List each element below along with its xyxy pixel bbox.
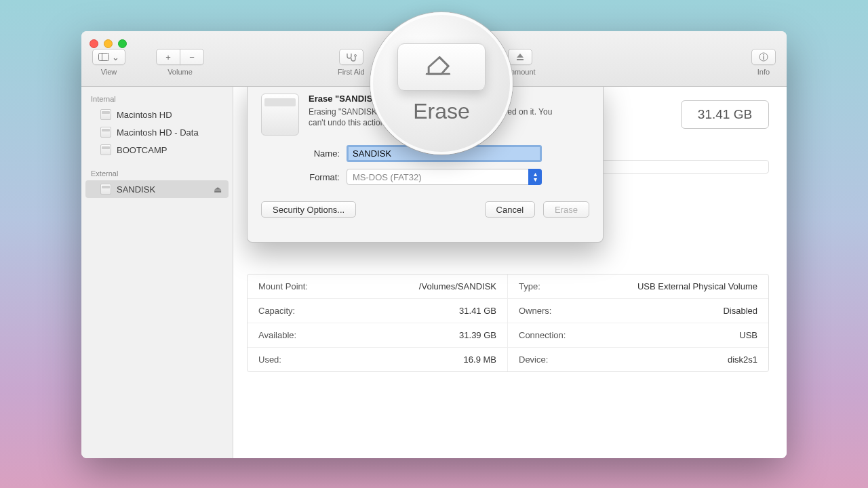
disk-icon: [100, 127, 111, 138]
format-value: MS-DOS (FAT32): [353, 172, 422, 182]
toolbar-volume-group: + − Volume: [156, 49, 204, 76]
sidebar-item-sandisk[interactable]: SANDISK ⏏: [85, 180, 229, 198]
cancel-button[interactable]: Cancel: [485, 201, 535, 218]
svg-rect-0: [99, 54, 109, 61]
main-content: 31.41 GB Mount Point:/Volumes/SANDISK Ty…: [233, 87, 787, 458]
sidebar-header-external: External: [81, 165, 233, 180]
view-label: View: [92, 68, 125, 76]
sidebar-icon: [98, 53, 109, 61]
volume-details: Mount Point:/Volumes/SANDISK Type:USB Ex…: [247, 274, 769, 372]
zoom-window-button[interactable]: [118, 39, 127, 48]
info-button[interactable]: [751, 49, 776, 65]
security-options-button[interactable]: Security Options...: [261, 201, 356, 218]
remove-volume-button[interactable]: −: [180, 49, 204, 65]
disk-icon: [261, 94, 299, 136]
view-button[interactable]: ⌄: [92, 49, 125, 65]
stethoscope-icon: [345, 52, 357, 62]
erase-toolbar-magnified: [397, 43, 486, 91]
sidebar-header-internal: Internal: [81, 91, 233, 106]
sidebar-item-macintosh-hd[interactable]: Macintosh HD: [81, 106, 233, 123]
detail-type: Type:USB External Physical Volume: [508, 274, 768, 299]
erase-icon: [422, 52, 461, 83]
name-label: Name:: [261, 148, 347, 159]
svg-point-2: [354, 55, 356, 57]
add-volume-button[interactable]: +: [156, 49, 180, 65]
format-label: Format:: [261, 172, 347, 182]
disk-icon: [100, 184, 111, 195]
toolbar-view-group: ⌄ View: [92, 49, 125, 76]
detail-device: Device:disk2s1: [508, 348, 768, 371]
sidebar: Internal Macintosh HD Macintosh HD - Dat…: [81, 87, 233, 458]
toolbar-firstaid-group: First Aid: [338, 49, 365, 76]
volume-label: Volume: [156, 68, 204, 76]
disk-icon: [100, 144, 111, 155]
sidebar-item-label: SANDISK: [117, 184, 155, 195]
capacity-badge: 31.41 GB: [681, 100, 769, 129]
window-controls: [90, 39, 127, 48]
sidebar-item-label: Macintosh HD - Data: [117, 127, 199, 138]
unmount-button[interactable]: [508, 49, 532, 65]
sidebar-item-label: BOOTCAMP: [117, 145, 167, 155]
info-label: Info: [751, 68, 776, 76]
erase-magnifier-overlay: Erase: [370, 12, 513, 155]
detail-used: Used:16.9 MB: [248, 348, 508, 371]
svg-point-5: [763, 54, 764, 56]
close-window-button[interactable]: [90, 39, 98, 48]
chevron-updown-icon: [528, 169, 542, 185]
sidebar-item-bootcamp[interactable]: BOOTCAMP: [81, 141, 233, 159]
erase-magnifier-label: Erase: [413, 99, 470, 124]
detail-owners: Owners:Disabled: [508, 299, 768, 323]
format-select[interactable]: MS-DOS (FAT32): [347, 169, 542, 185]
firstaid-button[interactable]: [339, 49, 363, 65]
minimize-window-button[interactable]: [104, 39, 113, 48]
detail-available: Available:31.39 GB: [248, 323, 508, 348]
detail-mount-point: Mount Point:/Volumes/SANDISK: [248, 274, 508, 299]
toolbar-info-group: Info: [751, 49, 776, 76]
svg-rect-3: [517, 59, 524, 60]
eject-icon[interactable]: ⏏: [214, 184, 222, 195]
disk-icon: [100, 109, 111, 120]
detail-capacity: Capacity:31.41 GB: [248, 299, 508, 323]
info-icon: [759, 52, 768, 62]
sidebar-item-label: Macintosh HD: [117, 110, 172, 120]
detail-connection: Connection:USB: [508, 323, 768, 348]
firstaid-label: First Aid: [338, 68, 365, 76]
sidebar-item-macintosh-hd-data[interactable]: Macintosh HD - Data: [81, 123, 233, 141]
erase-button[interactable]: Erase: [543, 201, 589, 218]
eject-icon: [515, 53, 525, 61]
svg-rect-6: [763, 56, 764, 60]
